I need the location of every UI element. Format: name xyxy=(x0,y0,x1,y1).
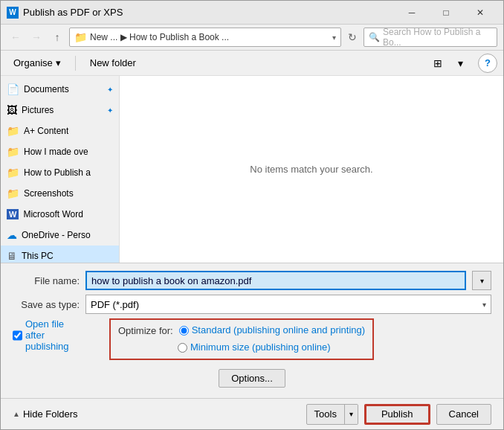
organise-label: Organise xyxy=(13,57,53,68)
forward-button[interactable]: → xyxy=(28,28,45,46)
sidebar-item-this-pc[interactable]: 🖥 This PC xyxy=(1,246,119,263)
folder-icon-screenshots: 📁 xyxy=(7,187,19,199)
new-folder-button[interactable]: New folder xyxy=(83,54,143,73)
address-path: New ... ▶ How to Publish a Book ... xyxy=(90,32,329,42)
view-buttons: ⊞ ▾ ? xyxy=(427,54,497,73)
file-name-row: File name: ▾ xyxy=(13,271,491,290)
documents-pin: ✦ xyxy=(107,86,113,94)
organise-button[interactable]: Organise ▾ xyxy=(7,54,68,73)
sidebar-item-how-to-publish[interactable]: 📁 How to Publish a xyxy=(1,162,119,183)
pc-icon: 🖥 xyxy=(7,250,17,262)
save-as-type-dropdown[interactable]: PDF (*.pdf) ▾ xyxy=(85,295,491,314)
minimum-radio[interactable] xyxy=(178,343,187,353)
window-controls: ─ □ ✕ xyxy=(395,1,497,25)
folder-icon-a-plus: 📁 xyxy=(7,125,19,137)
dialog-window: W Publish as PDF or XPS ─ □ ✕ ← → ↑ 📁 Ne… xyxy=(0,0,504,430)
tools-label: Tools xyxy=(307,405,345,424)
sidebar-label-word: Microsoft Word xyxy=(23,209,83,219)
folder-icon-how-i-made: 📁 xyxy=(7,146,19,158)
back-button[interactable]: ← xyxy=(7,28,25,46)
view-toggle-button[interactable]: ⊞ xyxy=(427,54,448,73)
toolbar: Organise ▾ New folder ⊞ ▾ ? xyxy=(1,51,503,76)
sidebar-label-how-i-made: How I made ove xyxy=(24,147,88,157)
search-icon: 🔍 xyxy=(369,32,380,42)
title-bar: W Publish as PDF or XPS ─ □ ✕ xyxy=(1,1,503,25)
folder-icon: 📁 xyxy=(74,31,87,43)
tools-button[interactable]: Tools ▾ xyxy=(306,404,358,425)
open-file-label: Open file after publishing xyxy=(25,318,80,352)
cancel-button[interactable]: Cancel xyxy=(436,404,491,425)
hide-folders-label: Hide Folders xyxy=(23,408,78,420)
file-name-label: File name: xyxy=(13,275,80,286)
open-file-checkbox-label[interactable]: Open file after publishing xyxy=(13,318,80,352)
options-btn-row: Options... xyxy=(13,365,491,391)
tools-dropdown-arrow[interactable]: ▾ xyxy=(345,405,358,424)
view-dropdown-button[interactable]: ▾ xyxy=(450,54,471,73)
minimize-button[interactable]: ─ xyxy=(395,1,429,25)
sidebar-label-how-to-publish: How to Publish a xyxy=(24,167,91,178)
options-row: Open file after publishing Optimize for:… xyxy=(13,318,491,360)
sidebar: 📄 Documents ✦ 🖼 Pictures ✦ 📁 A+ Content … xyxy=(1,76,120,263)
sidebar-item-screenshots[interactable]: 📁 Screenshots xyxy=(1,183,119,204)
up-button[interactable]: ↑ xyxy=(48,28,66,46)
close-button[interactable]: ✕ xyxy=(463,1,497,25)
save-as-type-label: Save as type: xyxy=(13,299,80,310)
optimize-label: Optimize for: xyxy=(118,325,173,336)
content-area: 📄 Documents ✦ 🖼 Pictures ✦ 📁 A+ Content … xyxy=(1,76,503,263)
options-button[interactable]: Options... xyxy=(219,369,285,388)
maximize-button[interactable]: □ xyxy=(429,1,463,25)
minimum-radio-text: Minimum size (publishing online) xyxy=(190,341,331,354)
footer-bar: ▲ Hide Folders Tools ▾ Publish Cancel xyxy=(1,398,503,429)
open-file-checkbox[interactable] xyxy=(13,330,22,341)
checkbox-area: Open file after publishing xyxy=(13,318,80,352)
main-content-area: No items match your search. xyxy=(120,76,503,263)
search-placeholder: Search How to Publish a Bo... xyxy=(383,27,492,48)
hide-folders-arrow-icon: ▲ xyxy=(13,410,20,418)
publish-button[interactable]: Publish xyxy=(364,404,430,425)
pictures-icon: 🖼 xyxy=(7,104,17,116)
sidebar-label-onedrive: OneDrive - Perso xyxy=(22,230,91,240)
pictures-pin: ✦ xyxy=(107,106,113,115)
optimize-label-row: Optimize for: Standard (publishing onlin… xyxy=(118,324,365,337)
sidebar-label-a-plus: A+ Content xyxy=(24,126,68,136)
dialog-title: Publish as PDF or XPS xyxy=(23,7,395,18)
optimize-box: Optimize for: Standard (publishing onlin… xyxy=(109,318,374,360)
documents-icon: 📄 xyxy=(7,83,19,95)
sidebar-item-a-plus[interactable]: 📁 A+ Content xyxy=(1,121,119,141)
sidebar-item-pictures[interactable]: 🖼 Pictures ✦ xyxy=(1,100,119,121)
bottom-form: File name: ▾ Save as type: PDF (*.pdf) ▾… xyxy=(1,263,503,398)
hide-folders-button[interactable]: ▲ Hide Folders xyxy=(13,408,78,420)
word-icon: W xyxy=(7,209,19,219)
file-name-dropdown-button[interactable]: ▾ xyxy=(472,271,491,290)
sidebar-label-pictures: Pictures xyxy=(22,105,54,115)
sidebar-item-word[interactable]: W Microsoft Word xyxy=(1,204,119,225)
footer-right: Tools ▾ Publish Cancel xyxy=(306,404,491,425)
empty-message: No items match your search. xyxy=(250,164,372,175)
standard-radio-label[interactable]: Standard (publishing online and printing… xyxy=(179,324,365,337)
save-as-dropdown-arrow: ▾ xyxy=(482,301,486,309)
sidebar-label-screenshots: Screenshots xyxy=(24,188,74,199)
refresh-button[interactable]: ↻ xyxy=(344,29,361,45)
address-dropdown-arrow[interactable]: ▾ xyxy=(332,33,336,42)
search-bar[interactable]: 🔍 Search How to Publish a Bo... xyxy=(364,28,497,47)
sidebar-item-documents[interactable]: 📄 Documents ✦ xyxy=(1,79,119,100)
standard-radio-text: Standard (publishing online and printing… xyxy=(192,324,365,337)
standard-radio[interactable] xyxy=(179,326,189,336)
address-bar[interactable]: 📁 New ... ▶ How to Publish a Book ... ▾ xyxy=(69,28,341,47)
help-button[interactable]: ? xyxy=(478,54,497,73)
minimum-radio-label[interactable]: Minimum size (publishing online) xyxy=(118,341,365,354)
new-folder-label: New folder xyxy=(90,57,136,68)
save-as-type-value: PDF (*.pdf) xyxy=(91,299,139,310)
app-icon: W xyxy=(7,7,19,19)
toolbar-separator xyxy=(75,56,76,71)
sidebar-item-how-i-made[interactable]: 📁 How I made ove xyxy=(1,141,119,162)
address-bar-area: ← → ↑ 📁 New ... ▶ How to Publish a Book … xyxy=(1,25,503,51)
save-as-type-row: Save as type: PDF (*.pdf) ▾ xyxy=(13,295,491,314)
organise-dropdown-icon: ▾ xyxy=(56,57,61,68)
sidebar-label-this-pc: This PC xyxy=(22,251,54,261)
onedrive-icon: ☁ xyxy=(7,229,17,241)
sidebar-label-documents: Documents xyxy=(24,84,69,94)
folder-icon-how-to-publish: 📁 xyxy=(7,167,19,179)
sidebar-item-onedrive[interactable]: ☁ OneDrive - Perso xyxy=(1,225,119,246)
file-name-input[interactable] xyxy=(85,271,466,290)
